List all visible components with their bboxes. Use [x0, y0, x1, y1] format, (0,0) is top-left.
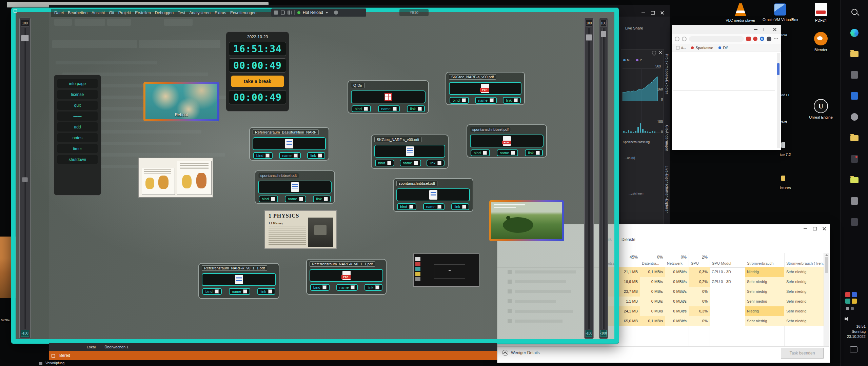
menu-datei[interactable]: Datei	[54, 11, 64, 15]
tm-minimize-button[interactable]	[801, 224, 810, 233]
link-button[interactable]: link	[451, 203, 469, 210]
link-button[interactable]: link	[525, 149, 543, 156]
desktop-icon-virtualbox[interactable]: Oracle VM VirtualBox	[763, 3, 798, 22]
menu-item-info-page[interactable]: info page	[57, 79, 98, 88]
volume-icon[interactable]	[845, 317, 848, 321]
bind-checkbox[interactable]	[387, 161, 391, 165]
file-card-icon-box[interactable]: PDF	[310, 269, 383, 282]
link-checkbox[interactable]	[514, 98, 518, 102]
s-extension-icon[interactable]: S	[760, 37, 764, 41]
file-card-icon-box[interactable]	[374, 145, 445, 158]
side-tab-projektmappen-explorer[interactable]: Projektmappen-Explorer	[665, 54, 669, 94]
tm-close-button[interactable]	[820, 224, 829, 233]
menu-item-separator[interactable]: ——	[57, 111, 98, 121]
bind-button[interactable]: bind	[202, 288, 222, 295]
end-task-button[interactable]: Task beenden	[781, 348, 824, 359]
menu-item-shutdown[interactable]: shutdown	[57, 155, 98, 164]
link-checkbox[interactable]	[437, 161, 441, 165]
bind-checkbox[interactable]	[265, 154, 270, 158]
menu-item-add[interactable]: add	[57, 122, 98, 131]
bind-checkbox[interactable]	[409, 205, 413, 209]
file-card-icon-box[interactable]: PDF	[449, 82, 521, 95]
menu-erstellen[interactable]: Erstellen	[135, 11, 151, 15]
name-checkbox[interactable]	[490, 98, 494, 102]
pinned-app-icon[interactable]	[849, 70, 860, 80]
name-button[interactable]: name	[336, 284, 358, 291]
shield-extension-icon[interactable]	[746, 37, 751, 41]
diagnostics-close-icon[interactable]	[659, 51, 662, 54]
bind-checkbox[interactable]	[271, 197, 275, 201]
partial-icon-label[interactable]: ad++	[781, 93, 790, 97]
link-checkbox[interactable]	[536, 151, 540, 155]
desktop-icon-pdf24[interactable]: PDF24	[808, 3, 834, 22]
link-checkbox[interactable]	[418, 107, 422, 111]
tm-scrollbar-thumb[interactable]	[825, 257, 828, 273]
live-share-button[interactable]: Live Share	[625, 26, 643, 30]
slider-handle[interactable]	[21, 35, 29, 41]
link-button[interactable]: link	[503, 97, 521, 104]
browser-close-button[interactable]	[770, 26, 780, 33]
tm-maximize-button[interactable]	[810, 224, 820, 233]
name-button[interactable]: name	[497, 149, 518, 156]
vs-search-box[interactable]: Y510	[399, 9, 429, 16]
scroll-up-arrow[interactable]	[825, 254, 828, 256]
back-icon[interactable]	[675, 37, 679, 41]
desktop-icon-vlc[interactable]: VLC media player	[724, 3, 757, 22]
name-checkbox[interactable]	[243, 289, 247, 293]
menu-item-license[interactable]: license	[57, 90, 98, 99]
refresh-icon[interactable]	[682, 37, 687, 41]
pinned-app-icon[interactable]	[849, 91, 860, 101]
menu-bearbeiten[interactable]: Bearbeiten	[68, 11, 87, 15]
pinned-app-icon[interactable]	[849, 154, 860, 164]
menu-dots-icon[interactable]	[774, 38, 778, 39]
menu-debuggen[interactable]: Debuggen	[155, 11, 174, 15]
reboot-image-card[interactable]: Reboot	[143, 82, 219, 121]
link-checkbox[interactable]	[462, 205, 466, 209]
menu-extras[interactable]: Extras	[215, 11, 226, 15]
folder-icon[interactable]	[849, 175, 860, 185]
tray-extra-icons[interactable]	[846, 307, 854, 310]
slider-handle[interactable]	[586, 34, 592, 41]
name-button[interactable]: name	[285, 196, 307, 202]
link-button[interactable]: link	[427, 160, 445, 166]
name-checkbox[interactable]	[294, 154, 298, 158]
image-viewer-thumbnail[interactable]	[413, 253, 479, 287]
browser-scrollbar-thumb[interactable]	[777, 63, 780, 75]
name-checkbox[interactable]	[437, 205, 441, 209]
menu-item-timer[interactable]: timer	[57, 144, 98, 153]
bind-checkbox[interactable]	[322, 285, 327, 289]
bind-checkbox[interactable]	[462, 98, 466, 102]
record-section-label[interactable]: ...zeichnen	[629, 192, 644, 195]
bind-button[interactable]: bind	[450, 97, 469, 104]
link-button[interactable]: link	[307, 152, 325, 159]
bookmark-item[interactable]: Sparkasse	[691, 46, 713, 50]
pinned-app-icon[interactable]	[849, 196, 860, 206]
bind-button[interactable]: bind	[259, 196, 278, 202]
tm-scrollbar[interactable]	[824, 253, 829, 346]
comic-thumbnail[interactable]	[138, 158, 213, 198]
menu-analysieren[interactable]: Analysieren	[189, 11, 211, 15]
browser-minimize-button[interactable]	[751, 26, 761, 33]
vs-maximize-button[interactable]	[648, 9, 657, 17]
link-button[interactable]: link	[257, 288, 275, 295]
folder-icon[interactable]	[849, 133, 860, 143]
menu-git[interactable]: Git	[109, 11, 114, 15]
right-slider-a[interactable]: 100 -100	[584, 18, 594, 339]
desktop-icon-label-partial[interactable]: SKGte...	[1, 319, 12, 322]
slider-handle[interactable]	[601, 31, 606, 37]
menu-ansicht[interactable]: Ansicht	[92, 11, 105, 15]
file-card-icon-box[interactable]: PDF	[470, 135, 544, 147]
name-checkbox[interactable]	[511, 151, 515, 155]
bind-button[interactable]: bind	[397, 203, 416, 210]
name-checkbox[interactable]	[393, 107, 397, 111]
browser-maximize-button[interactable]	[761, 26, 770, 33]
left-slider[interactable]: 100 -100	[19, 18, 31, 339]
bind-checkbox[interactable]	[364, 107, 368, 111]
menu-erweiterungen[interactable]: Erweiterungen	[230, 11, 256, 15]
link-button[interactable]: link	[407, 105, 425, 112]
camera-tool-icon[interactable]	[334, 11, 338, 15]
taskbar-clock[interactable]: 16:51 Sonntag 23.10.2022	[847, 324, 866, 339]
name-checkbox[interactable]	[299, 197, 303, 201]
menu-test[interactable]: Test	[178, 11, 185, 15]
notification-icon[interactable]	[850, 346, 857, 352]
